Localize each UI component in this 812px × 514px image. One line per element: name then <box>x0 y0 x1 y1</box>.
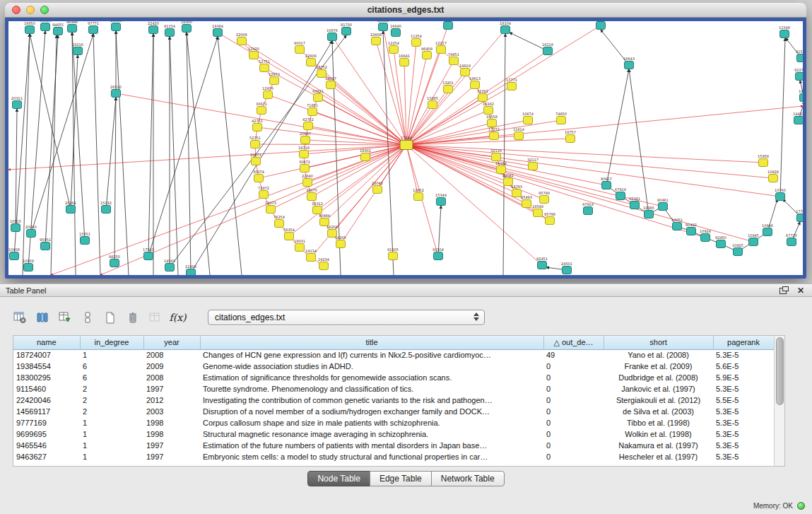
network-node[interactable] <box>437 46 446 54</box>
network-node[interactable] <box>673 223 682 230</box>
network-node[interactable] <box>780 30 789 38</box>
network-node[interactable] <box>749 238 758 246</box>
scrollbar-thumb[interactable] <box>776 337 784 405</box>
network-node[interactable] <box>372 37 381 45</box>
network-node[interactable] <box>563 267 572 274</box>
network-node[interactable] <box>616 192 625 200</box>
network-node[interactable] <box>54 28 63 35</box>
network-node[interactable] <box>534 209 543 217</box>
table-row[interactable]: 911546021997Tourette syndrome. Phenomeno… <box>13 383 774 395</box>
network-node[interactable] <box>301 136 310 144</box>
network-node[interactable] <box>497 166 506 174</box>
network-node[interactable] <box>769 175 778 182</box>
network-node[interactable] <box>776 193 785 201</box>
network-node[interactable] <box>514 132 524 140</box>
network-node[interactable] <box>319 262 329 270</box>
network-node[interactable] <box>659 203 668 211</box>
network-node[interactable] <box>270 77 279 85</box>
table-row[interactable]: 946362711997Embryonic stem cells: a mode… <box>13 451 774 462</box>
network-node[interactable] <box>444 22 453 30</box>
network-node[interactable] <box>25 26 35 34</box>
tab-node-table[interactable]: Node Table <box>307 471 370 486</box>
network-node[interactable] <box>295 244 305 252</box>
network-node[interactable] <box>41 23 50 31</box>
network-node[interactable] <box>800 94 804 102</box>
network-node[interactable] <box>112 23 121 31</box>
column-header-in_degree[interactable]: in_degree <box>80 336 143 349</box>
float-panel-icon[interactable] <box>778 286 789 296</box>
network-node[interactable] <box>434 252 443 260</box>
network-node[interactable] <box>507 83 517 90</box>
network-node[interactable] <box>260 64 269 72</box>
network-node[interactable] <box>392 29 401 37</box>
network-node[interactable] <box>81 237 90 245</box>
network-node[interactable] <box>68 25 77 33</box>
network-node[interactable] <box>584 207 593 215</box>
network-node[interactable] <box>308 108 317 116</box>
network-node[interactable] <box>13 101 22 109</box>
table-row[interactable]: 1830029562008Estimation of significance … <box>13 372 774 383</box>
network-node[interactable] <box>484 107 493 115</box>
network-node[interactable] <box>471 81 480 89</box>
network-node[interactable] <box>543 47 553 55</box>
network-node[interactable] <box>257 107 266 115</box>
table-row[interactable]: 2242004622012Investigating the contribut… <box>13 395 774 406</box>
tab-network-table[interactable]: Network Table <box>431 471 505 486</box>
network-node[interactable] <box>259 191 269 199</box>
network-node[interactable] <box>182 25 192 33</box>
network-node[interactable] <box>187 269 196 276</box>
tab-edge-table[interactable]: Edge Table <box>370 471 432 486</box>
network-node[interactable] <box>763 228 772 236</box>
network-node[interactable] <box>428 101 437 109</box>
network-node[interactable] <box>630 201 640 209</box>
network-node[interactable] <box>144 252 153 260</box>
network-node[interactable] <box>110 259 119 267</box>
network-node[interactable] <box>546 217 555 225</box>
new-column-icon[interactable] <box>100 308 119 327</box>
network-node[interactable] <box>266 206 276 214</box>
close-panel-icon[interactable]: ✕ <box>795 286 806 296</box>
network-node[interactable] <box>102 206 111 214</box>
network-node[interactable] <box>379 23 388 31</box>
column-header-out_degree[interactable]: △ out_de… <box>543 336 604 349</box>
network-node[interactable] <box>300 151 309 158</box>
network-node[interactable] <box>300 165 310 173</box>
network-node[interactable] <box>687 228 696 235</box>
network-node[interactable] <box>717 240 726 248</box>
network-node[interactable] <box>304 122 313 130</box>
network-svg[interactable]: 1685094636946559699697771145692242091154… <box>8 21 803 275</box>
network-node[interactable] <box>412 39 421 47</box>
network-node[interactable] <box>625 62 634 69</box>
network-node[interactable] <box>512 189 522 197</box>
network-node[interactable] <box>389 252 398 260</box>
table-row[interactable]: 969969511998Structural magnetic resonanc… <box>13 428 774 440</box>
network-node[interactable] <box>423 52 432 59</box>
network-node[interactable] <box>478 94 488 102</box>
column-header-name[interactable]: name <box>13 336 80 349</box>
window-titlebar[interactable]: citations_edges.txt <box>5 3 806 18</box>
network-node[interactable] <box>734 248 743 256</box>
table-mode-icon[interactable] <box>10 308 29 327</box>
network-node[interactable] <box>797 54 804 62</box>
network-node[interactable] <box>566 135 575 143</box>
network-node[interactable] <box>254 175 264 182</box>
network-node[interactable] <box>602 182 611 189</box>
network-node[interactable] <box>66 206 76 214</box>
network-node[interactable] <box>796 73 804 81</box>
network-node[interactable] <box>557 117 566 124</box>
network-node[interactable] <box>488 119 497 127</box>
network-node[interactable] <box>701 234 710 242</box>
network-node[interactable] <box>213 29 223 37</box>
network-node[interactable] <box>328 33 337 41</box>
delete-column-icon[interactable] <box>123 308 142 327</box>
network-node[interactable] <box>336 240 346 248</box>
network-node[interactable] <box>342 28 351 35</box>
table-row[interactable]: 1938455462009Genome-wide association stu… <box>13 361 774 372</box>
network-node[interactable] <box>414 193 423 201</box>
network-node[interactable] <box>759 159 768 167</box>
network-node[interactable] <box>529 163 538 170</box>
column-header-short[interactable]: short <box>604 336 713 349</box>
network-node[interactable] <box>264 91 273 99</box>
network-node[interactable] <box>165 264 175 271</box>
network-node[interactable] <box>389 46 399 54</box>
